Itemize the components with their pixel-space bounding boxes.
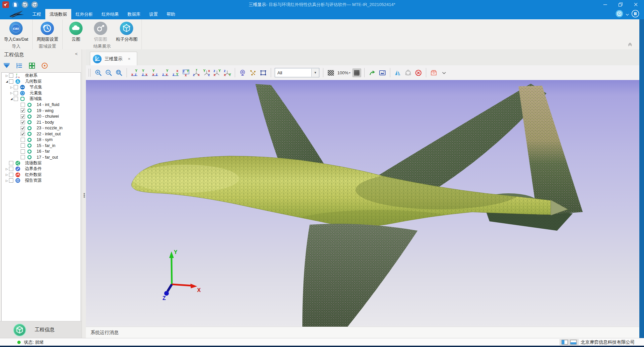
tree-item-20-chuiwei[interactable]: 20 - chuiwei (2, 114, 81, 120)
tree-expanded-icon[interactable]: ◢ (5, 80, 9, 83)
zoom-fit-icon[interactable] (115, 68, 124, 77)
tree-item--[interactable]: ▷元素集 (2, 90, 81, 96)
tree-checkbox[interactable] (21, 126, 25, 130)
trace-points-icon[interactable] (248, 68, 257, 77)
tree-checkbox[interactable] (9, 173, 13, 177)
view-zx-alt-icon[interactable]: Yzx (161, 68, 170, 77)
tree-checkbox[interactable] (9, 73, 13, 78)
outline-list-icon[interactable] (15, 62, 23, 70)
menu-item-6[interactable]: 设置 (145, 9, 162, 19)
smooth-ring-icon[interactable] (404, 68, 413, 77)
menu-item-2[interactable]: 流场数据 (45, 9, 71, 19)
tree-checkbox[interactable] (21, 155, 25, 159)
redo-icon[interactable] (31, 1, 38, 8)
tree-checkbox[interactable] (9, 178, 13, 183)
tree-checkbox[interactable] (21, 108, 25, 113)
ribbon-button-periodic-face[interactable]: 周期面设置 (35, 21, 60, 43)
tree-item--[interactable]: ◢面域集 (2, 96, 81, 102)
menu-item-5[interactable]: 数据库 (123, 9, 145, 19)
locate-target-icon[interactable] (41, 62, 49, 70)
tree-collapsed-icon[interactable]: ▷ (5, 179, 9, 182)
tree-collapsed-icon[interactable]: ▷ (9, 86, 14, 89)
tree-collapsed-icon[interactable]: ▷ (5, 167, 9, 171)
collapse-ribbon-icon[interactable] (627, 43, 633, 48)
tree-checkbox[interactable] (9, 167, 13, 171)
view-zy-icon[interactable]: xzY (171, 68, 180, 77)
view-iso1-icon[interactable]: Yzx (192, 68, 201, 77)
toolbar-grip[interactable] (89, 69, 91, 77)
tree-item--[interactable]: ▷节点集 (2, 84, 81, 90)
tree-checkbox[interactable] (21, 103, 25, 107)
tree-item-19-wing[interactable]: 19 - wing (2, 108, 81, 114)
tree-item-23-nozzle_in[interactable]: 23 - nozzle_in (2, 125, 81, 131)
tree-item-21-body[interactable]: 21 - body (2, 119, 81, 125)
style-icon[interactable] (615, 10, 623, 19)
mesh-toggle-icon[interactable] (352, 68, 361, 77)
send-icon[interactable] (2, 1, 9, 8)
filter-icon[interactable] (3, 62, 11, 70)
export-arrow-icon[interactable] (368, 68, 377, 77)
zoom-in-icon[interactable] (94, 68, 103, 77)
restore-icon[interactable] (617, 1, 624, 8)
menu-item-1[interactable]: 工程 (28, 9, 45, 19)
dropdown-arrow-icon[interactable]: ▼ (311, 69, 319, 77)
menu-item-7[interactable]: 帮助 (162, 9, 179, 19)
tree-item--[interactable]: 流场数据 (2, 160, 81, 166)
tree-collapsed-icon[interactable]: ▷ (5, 173, 9, 176)
display-filter-dropdown[interactable]: All▼ (275, 68, 319, 77)
view-zx-icon[interactable]: Yzx (140, 68, 149, 77)
tree-item-15-far_in[interactable]: 15 - far_in (2, 143, 81, 149)
mirror-icon[interactable] (393, 68, 402, 77)
tree-checkbox[interactable] (14, 85, 18, 89)
tree-checkbox[interactable] (21, 120, 25, 124)
tree-collapsed-icon[interactable]: ▷ (5, 74, 9, 77)
ribbon-button-cas-file[interactable]: cas导入Cas/Dat (3, 21, 30, 43)
view-iso3-icon[interactable]: zYx (212, 68, 221, 77)
tree-expanded-icon[interactable]: ◢ (9, 97, 14, 100)
tree-item--[interactable]: ▷红外数据 (2, 172, 81, 178)
ribbon-button-particle-distribution[interactable]: 粒子分布图 (115, 21, 139, 43)
zoom-percent-value[interactable]: 100% (337, 70, 348, 75)
dropdown-caret-icon[interactable] (626, 11, 629, 17)
tree-collapsed-icon[interactable]: ▷ (9, 91, 14, 95)
minimize-icon[interactable] (601, 1, 609, 8)
viewport-3d[interactable]: Y X Z (86, 80, 639, 327)
close-icon[interactable] (632, 1, 639, 8)
tree-checkbox[interactable] (21, 132, 25, 136)
select-box-icon[interactable] (259, 68, 268, 77)
tree-item--[interactable]: ◢几何数据 (2, 79, 81, 85)
tree-item--[interactable]: ▷报告资源 (2, 178, 81, 184)
tree-checkbox[interactable] (21, 138, 25, 142)
view-zyx-icon[interactable]: zYx (181, 68, 190, 77)
transparency-icon[interactable] (326, 68, 335, 77)
tree-checkbox[interactable] (9, 79, 13, 84)
tree-item--[interactable]: ▷边界条件 (2, 166, 81, 172)
view-xz-alt-icon[interactable]: Yxz (151, 68, 160, 77)
undo-icon[interactable] (22, 1, 28, 8)
help-book-icon[interactable] (631, 10, 639, 19)
tree-item-18-sym[interactable]: 18 - sym (2, 137, 81, 143)
menu-item-3[interactable]: 红外分析 (71, 9, 97, 19)
tree-item--[interactable]: ▷Yzx坐标系 (2, 73, 81, 79)
tree-checkbox[interactable] (21, 143, 25, 148)
camera-icon[interactable] (238, 68, 247, 77)
tab-close-icon[interactable]: × (128, 56, 131, 61)
tree-checkbox[interactable] (21, 149, 25, 154)
ribbon-button-contour-cloud[interactable]: 云图 (65, 21, 87, 43)
tree-item-17-far_out[interactable]: 17 - far_out (2, 154, 81, 160)
panel-left-icon[interactable] (561, 340, 568, 345)
snapshot-icon[interactable] (378, 68, 387, 77)
view-xz-icon[interactable]: xzY (130, 68, 139, 77)
tree-item-16-far[interactable]: 16 - far (2, 149, 81, 155)
tree-checkbox[interactable] (9, 161, 13, 165)
panel-collapse-icon[interactable]: < (75, 51, 78, 56)
tree-checkbox[interactable] (14, 91, 18, 95)
menu-item-4[interactable]: 红外结果 (97, 9, 123, 19)
new-doc-icon[interactable] (12, 1, 19, 8)
panel-tab-project-info[interactable]: 工程信息 (0, 321, 82, 338)
tree-item-22-inlet_out[interactable]: 22 - inlet_out (2, 131, 81, 137)
view-iso2-icon[interactable]: Yxz (202, 68, 211, 77)
panel-bottom-icon[interactable] (570, 340, 577, 345)
clear-all-icon[interactable] (414, 68, 423, 77)
view-iso4-icon[interactable]: zxY (223, 68, 232, 77)
